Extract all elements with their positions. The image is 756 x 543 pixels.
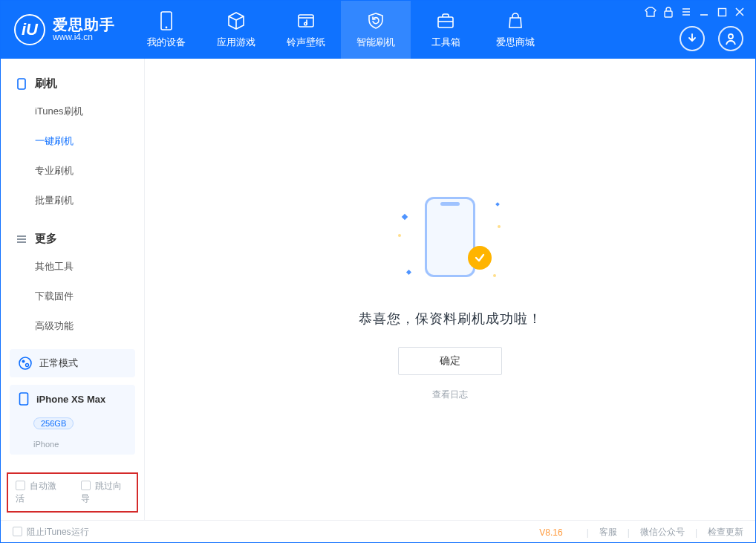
status-bar: 阻止iTunes运行 V8.16 | 客服 | 微信公众号 | 检查更新	[1, 520, 755, 543]
sidebar-group-flash: 刷机	[1, 71, 144, 97]
main-tabs: 我的设备 应用游戏 铃声壁纸 智能刷机 工具箱	[131, 1, 550, 59]
tab-ring[interactable]: 铃声壁纸	[271, 1, 341, 59]
svg-rect-12	[20, 393, 28, 405]
sidebar: 刷机 iTunes刷机 一键刷机 专业刷机 批量刷机 更多 其他工具 下载固件 …	[1, 59, 145, 520]
sidebar-item-advanced[interactable]: 高级功能	[1, 311, 144, 341]
auto-activate-checkbox[interactable]: 自动激活	[16, 480, 65, 505]
minimize-icon[interactable]	[697, 5, 711, 19]
wechat-link[interactable]: 微信公众号	[640, 526, 685, 539]
device-storage: 256GB	[33, 417, 74, 429]
app-url: www.i4.cn	[53, 33, 115, 42]
sidebar-item-batch-flash[interactable]: 批量刷机	[1, 186, 144, 215]
device-name: iPhone XS Max	[36, 394, 105, 405]
list-icon	[16, 233, 27, 245]
device-small-icon	[19, 392, 29, 406]
flash-options-box: 自动激活 跳过向导	[7, 472, 138, 513]
check-update-link[interactable]: 检查更新	[708, 526, 743, 539]
svg-rect-6	[718, 8, 726, 16]
tab-label: 工具箱	[431, 36, 460, 49]
music-folder-icon	[296, 10, 316, 31]
briefcase-icon	[435, 10, 456, 31]
device-icon	[156, 10, 177, 31]
device-mode[interactable]: 正常模式	[10, 349, 135, 377]
tab-tools[interactable]: 工具箱	[411, 1, 480, 59]
svg-rect-5	[665, 11, 672, 17]
support-link[interactable]: 客服	[599, 526, 617, 539]
svg-point-9	[19, 357, 31, 369]
ok-button[interactable]: 确定	[398, 347, 502, 375]
svg-point-11	[26, 364, 29, 367]
phone-small-icon	[16, 78, 27, 90]
sidebar-group-more: 更多	[1, 226, 144, 252]
sidebar-item-pro-flash[interactable]: 专业刷机	[1, 156, 144, 186]
sidebar-item-other-tools[interactable]: 其他工具	[1, 252, 144, 282]
tab-store[interactable]: 爱思商城	[480, 1, 550, 59]
tab-label: 铃声壁纸	[287, 36, 325, 49]
device-type: iPhone	[33, 440, 59, 449]
tab-label: 应用游戏	[217, 36, 255, 49]
sidebar-item-onekey-flash[interactable]: 一键刷机	[1, 126, 144, 156]
tab-label: 我的设备	[147, 36, 186, 49]
tab-label: 爱思商城	[496, 36, 535, 49]
skip-guide-checkbox[interactable]: 跳过向导	[81, 480, 130, 505]
download-button[interactable]	[680, 26, 705, 51]
main-content: 恭喜您，保资料刷机成功啦！ 确定 查看日志	[145, 59, 755, 520]
maximize-icon[interactable]	[715, 5, 729, 19]
menu-icon[interactable]	[680, 5, 693, 19]
shield-refresh-icon	[365, 10, 386, 31]
app-logo: iU 爱思助手 www.i4.cn	[1, 14, 131, 45]
svg-point-7	[729, 34, 733, 39]
block-itunes-checkbox[interactable]: 阻止iTunes运行	[13, 526, 89, 539]
tab-device[interactable]: 我的设备	[131, 1, 201, 59]
device-mode-label: 正常模式	[39, 357, 78, 370]
tab-flash[interactable]: 智能刷机	[341, 1, 411, 59]
account-button[interactable]	[718, 26, 743, 51]
tab-apps[interactable]: 应用游戏	[201, 1, 271, 59]
bag-icon	[505, 10, 526, 31]
svg-rect-4	[438, 17, 453, 27]
success-message: 恭喜您，保资料刷机成功啦！	[359, 310, 542, 328]
mode-icon	[19, 357, 32, 370]
sidebar-item-download-fw[interactable]: 下载固件	[1, 282, 144, 311]
tshirt-icon[interactable]	[644, 5, 657, 19]
app-name: 爱思助手	[53, 17, 115, 33]
tab-label: 智能刷机	[356, 36, 395, 49]
close-icon[interactable]	[733, 5, 746, 19]
sidebar-item-itunes-flash[interactable]: iTunes刷机	[1, 97, 144, 126]
logo-mark-icon: iU	[14, 14, 45, 45]
phone-illustration-icon	[425, 197, 475, 277]
svg-point-1	[166, 27, 168, 29]
cube-icon	[226, 10, 247, 31]
view-log-link[interactable]: 查看日志	[432, 388, 468, 401]
svg-point-3	[304, 22, 307, 25]
check-badge-icon	[468, 246, 492, 270]
version-label: V8.16	[539, 527, 562, 538]
top-bar: iU 爱思助手 www.i4.cn 我的设备 应用游戏 铃声壁纸	[1, 1, 755, 59]
lock-icon[interactable]	[662, 5, 675, 19]
device-card[interactable]: iPhone XS Max 256GB iPhone	[10, 385, 135, 455]
svg-point-10	[22, 360, 25, 363]
svg-rect-8	[18, 79, 25, 89]
success-illustration	[405, 192, 495, 282]
